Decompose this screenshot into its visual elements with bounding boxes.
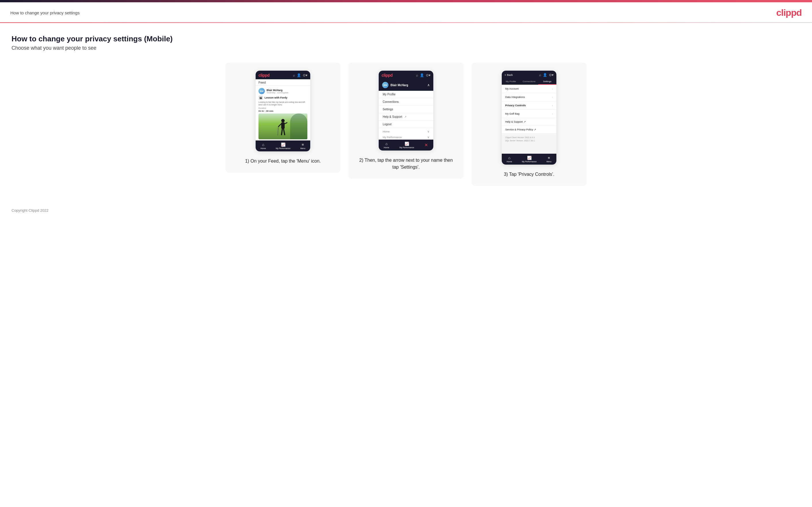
header-divider [0,22,812,23]
menu-label: Menu [546,161,552,163]
settings-list: My Account › Data Integrations › Privacy… [502,85,556,154]
phone3-bottom-nav: ⌂ Home 📈 My Performance ≡ Menu [502,154,556,165]
menu-item-my-profile[interactable]: My Profile [379,91,433,98]
step-card-1: clippd ⌕ 👤 ⊙▾ Feed BM Blair McHarg [225,63,341,173]
settings-item-help-support[interactable]: Help & Support ↗ [502,118,556,126]
phone2-logo: clippd [382,73,393,77]
page-subtitle: Choose what you want people to see [11,45,801,51]
phone-mockup-2: clippd ⌕ 👤 ⊙▾ BM Blair McHarg ∧ [379,71,433,151]
phone1-bottom-nav: ⌂ Home 📈 My Performance ≡ Menu [256,140,310,151]
phone1-header: clippd ⌕ 👤 ⊙▾ [256,71,310,79]
phone3-tabs: My Profile Connections Settings [502,79,556,85]
home-label: Home [384,147,389,149]
settings-label-my-golf-bag: My Golf Bag [505,112,519,115]
user-avatar: BM [382,82,389,88]
back-label: Back [507,73,513,76]
golfer-svg [277,119,289,137]
performance-label: My Performance [522,161,537,163]
tab-connections[interactable]: Connections [520,79,538,84]
phone1-search-icon: ⌕ [293,73,295,77]
user-name: Blair McHarg [391,83,408,87]
home-icon: ⌂ [508,156,510,160]
chevron-up-icon: ∧ [427,83,430,87]
settings-item-my-golf-bag[interactable]: My Golf Bag › [502,110,556,118]
phone1-nav-performance: 📈 My Performance [276,143,291,149]
tab-my-profile[interactable]: My Profile [502,79,520,84]
phone3-profile-icon: 👤 [543,73,547,77]
step-card-3: < Back ⌕ 👤 ⊙▾ My Profile Connections Set… [471,63,587,186]
chevron-down-icon: ∨ [427,130,429,133]
menu-section-performance: My Performance ∨ [379,134,433,139]
tab-settings[interactable]: Settings [538,79,556,85]
phone1-settings-icon: ⊙▾ [303,73,307,77]
performance-label: My Performance [276,147,291,149]
client-version: Clippd Client Version: 2022.8.3-3 [505,136,553,139]
menu-item-connections[interactable]: Connections [379,98,433,106]
performance-icon: 📈 [405,142,409,146]
phone-mockup-3: < Back ⌕ 👤 ⊙▾ My Profile Connections Set… [502,71,556,165]
settings-label-help-support: Help & Support ↗ [505,120,526,123]
chevron-down-icon-2: ∨ [427,135,429,139]
breadcrumb: How to change your privacy settings [10,10,80,15]
post-username: Blair McHarg [266,89,289,92]
home-label: Home [260,147,266,149]
phone2-icons: ⌕ 👤 ⊙▾ [416,73,430,77]
logo: clippd [776,7,802,18]
settings-item-service-privacy[interactable]: Service & Privacy Policy ↗ [502,126,556,133]
svg-line-3 [285,123,287,124]
menu-icon: ≡ [302,143,304,147]
back-chevron-icon: < [505,73,506,76]
phone2-search-icon: ⌕ [416,73,418,77]
settings-item-data-integrations[interactable]: Data Integrations › [502,93,556,101]
top-accent-bar [0,0,812,2]
back-button[interactable]: < Back [505,73,513,76]
lesson-desc: Looking to feel like my hands are exitin… [258,101,307,106]
chevron-right-icon-3: › [552,104,553,107]
svg-line-6 [284,129,285,135]
phone3-nav-menu: ≡ Menu [546,156,552,163]
phone1-nav-home: ⌂ Home [260,143,266,149]
menu-item-logout[interactable]: Logout [379,121,433,128]
settings-label-my-account: My Account [505,87,519,90]
settings-label-service-privacy: Service & Privacy Policy ↗ [505,128,536,131]
phone3-nav-performance: 📈 My Performance [522,156,537,163]
svg-line-2 [278,124,281,127]
duration-label: Duration [258,107,307,109]
menu-section-home: Home ∨ [379,128,433,134]
svg-line-5 [282,129,283,135]
phone3-header: < Back ⌕ 👤 ⊙▾ [502,71,556,79]
footer: Copyright Clippd 2022 [0,203,812,218]
phone2-nav-close: ✕ [424,143,428,148]
settings-item-my-account[interactable]: My Account › [502,85,556,93]
settings-item-privacy-controls[interactable]: Privacy Controls › [502,101,556,110]
performance-icon: 📈 [281,143,286,147]
menu-item-help-support[interactable]: Help & Support [379,113,433,121]
phone1-feed-label: Feed [256,79,310,86]
steps-row: clippd ⌕ 👤 ⊙▾ Feed BM Blair McHarg [11,63,801,186]
phone1-nav-menu: ≡ Menu [300,143,305,149]
post-date: Yesterday · Sunningdale [266,92,289,94]
close-icon: ✕ [424,143,428,148]
performance-icon: 📈 [527,156,531,160]
step3-description: 3) Tap 'Privacy Controls'. [504,171,554,178]
home-icon: ⌂ [262,143,264,147]
phone2-header: clippd ⌕ 👤 ⊙▾ [379,71,433,79]
golf-image [258,113,307,139]
settings-label-privacy-controls: Privacy Controls [505,104,526,107]
lesson-icon: 🎬 [258,95,263,100]
phone2-settings-icon: ⊙▾ [426,73,430,77]
menu-item-settings[interactable]: Settings [379,106,433,113]
svg-line-4 [278,127,278,135]
page-title: How to change your privacy settings (Mob… [11,35,801,43]
svg-point-0 [281,119,285,122]
avatar: BM [258,88,265,94]
phone2-bottom-nav: ⌂ Home 📈 My Performance ✕ [379,139,433,151]
phone1-profile-icon: 👤 [297,73,301,77]
svg-rect-1 [281,122,285,129]
home-icon: ⌂ [385,142,388,146]
step-card-2: clippd ⌕ 👤 ⊙▾ BM Blair McHarg ∧ [349,63,463,179]
menu-icon: ≡ [548,156,550,160]
phone2-nav-performance: 📈 My Performance [399,142,414,149]
phone3-search-icon: ⌕ [539,73,541,77]
lesson-title: Lesson with Fordy [264,96,288,99]
